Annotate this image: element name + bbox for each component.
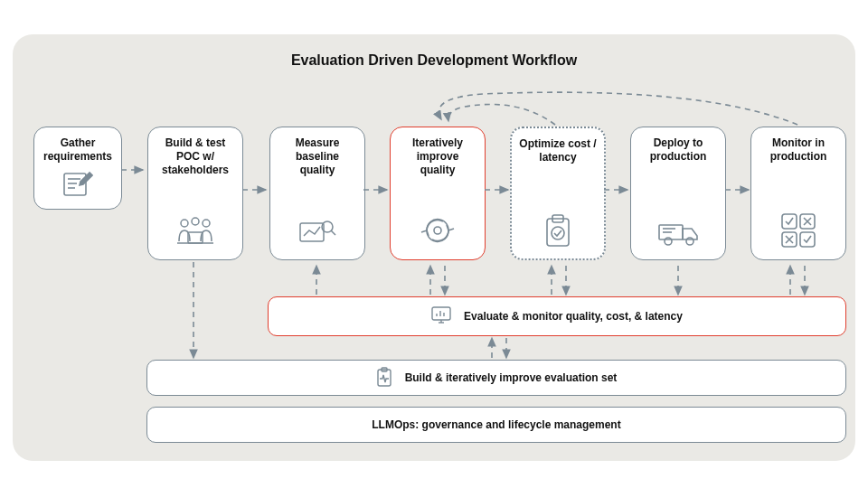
team-presentation-icon xyxy=(175,216,215,252)
svg-point-6 xyxy=(192,218,199,225)
clipboard-pulse-icon xyxy=(376,367,392,389)
step-label: Deploy to production xyxy=(650,136,707,164)
step-monitor: Monitor in production xyxy=(750,127,846,260)
step-gather-requirements: Gather requirements xyxy=(33,127,122,210)
step-deploy: Deploy to production xyxy=(630,127,726,260)
strip-build-evalset: Build & iteratively improve evaluation s… xyxy=(146,360,846,396)
step-label: Optimize cost / latency xyxy=(519,137,596,164)
svg-line-11 xyxy=(331,230,335,235)
clipboard-check-icon xyxy=(543,213,572,251)
analytics-magnify-icon xyxy=(298,216,336,252)
step-label: Build & test POC w/ stakeholders xyxy=(162,136,229,177)
truck-icon xyxy=(657,220,699,252)
svg-point-15 xyxy=(552,227,564,239)
svg-rect-25 xyxy=(432,307,450,320)
step-label: Gather requirements xyxy=(43,136,112,164)
step-measure-baseline: Measure baseline quality xyxy=(269,127,365,260)
svg-rect-21 xyxy=(782,214,797,229)
grid-check-x-icon xyxy=(780,212,816,252)
cycle-arrows-icon xyxy=(420,212,456,252)
strip-label: Build & iteratively improve evaluation s… xyxy=(405,371,618,384)
svg-point-4 xyxy=(181,220,188,227)
strip-label: LLMOps: governance and lifecycle managem… xyxy=(372,418,620,431)
step-label: Monitor in production xyxy=(770,136,827,164)
svg-rect-24 xyxy=(800,232,815,247)
strip-label: Evaluate & monitor quality, cost, & late… xyxy=(464,310,683,323)
step-build-poc: Build & test POC w/ stakeholders xyxy=(147,127,243,260)
pencil-note-icon xyxy=(62,171,93,202)
monitor-chart-icon xyxy=(431,306,451,327)
strip-llmops: LLMOps: governance and lifecycle managem… xyxy=(146,407,846,443)
step-optimize-cost: Optimize cost / latency xyxy=(510,127,606,260)
strip-evaluate-monitor: Evaluate & monitor quality, cost, & late… xyxy=(268,296,846,336)
svg-point-5 xyxy=(203,220,210,227)
step-label: Iteratively improve quality xyxy=(412,136,463,177)
svg-point-12 xyxy=(434,227,441,234)
page-title: Evaluation Driven Development Workflow xyxy=(0,52,868,69)
step-label: Measure baseline quality xyxy=(296,136,340,177)
step-iterate-quality: Iteratively improve quality xyxy=(390,127,486,260)
